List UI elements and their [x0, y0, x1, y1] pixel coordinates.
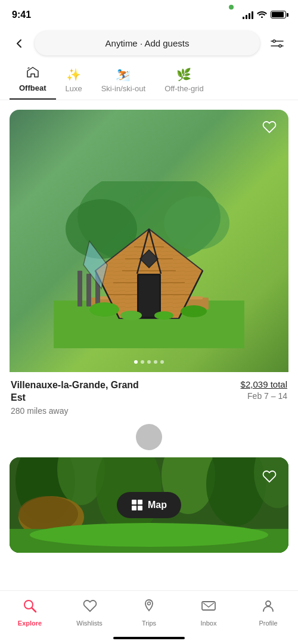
wifi-icon	[257, 10, 267, 20]
tab-luxe-label: Luxe	[66, 84, 82, 93]
status-bar: 9:41	[0, 0, 298, 26]
profile-icon	[260, 598, 276, 617]
map-label: Map	[148, 500, 167, 510]
tab-offbeat[interactable]: Offbeat	[10, 63, 56, 100]
back-button[interactable]	[10, 34, 29, 53]
trips-label: Trips	[142, 620, 156, 627]
listing-distance: 280 miles away	[11, 406, 154, 416]
svg-rect-52	[138, 506, 142, 510]
trips-icon	[141, 598, 157, 617]
offgrid-icon: 🌿	[176, 67, 191, 82]
listing-right: $2,039 total Feb 7 – 14	[241, 379, 287, 401]
profile-label: Profile	[259, 620, 277, 627]
nav-trips[interactable]: Trips	[119, 598, 179, 627]
dot-1	[134, 360, 138, 364]
status-time: 9:41	[12, 10, 31, 20]
svg-point-54	[148, 602, 151, 605]
svg-point-31	[181, 305, 207, 317]
favorite-button[interactable]	[259, 118, 280, 140]
tab-ski[interactable]: ⛷️ Ski-in/ski-out	[92, 64, 155, 99]
green-dot-indicator	[229, 5, 234, 10]
wishlists-icon	[82, 598, 97, 617]
heart-icon	[262, 120, 277, 138]
dot-4	[154, 360, 157, 364]
inbox-icon	[201, 598, 216, 617]
map-icon	[131, 499, 143, 511]
svg-point-33	[154, 311, 173, 320]
nav-wishlists[interactable]: Wishlists	[60, 598, 119, 627]
dot-5	[160, 360, 164, 364]
nav-explore[interactable]: Explore	[0, 598, 60, 627]
svg-rect-49	[132, 500, 136, 504]
explore-icon	[22, 598, 38, 617]
scroll-indicator	[10, 424, 288, 450]
main-content: Villenauxe-la-Grande, Grand Est 280 mile…	[0, 100, 298, 553]
home-indicator	[113, 637, 185, 639]
search-text: Anytime · Add guests	[105, 38, 190, 48]
luxe-icon: ✨	[66, 67, 81, 82]
tab-offgrid[interactable]: 🌿 Off-the-grid	[155, 64, 213, 99]
dot-2	[141, 360, 144, 364]
listing-location: Villenauxe-la-Grande, Grand Est	[11, 379, 154, 404]
tab-offbeat-label: Offbeat	[19, 83, 46, 92]
ski-icon: ⛷️	[116, 67, 131, 82]
search-pill[interactable]: Anytime · Add guests	[35, 31, 260, 55]
svg-rect-13	[86, 274, 91, 306]
image-dots	[134, 360, 164, 364]
nav-profile[interactable]: Profile	[238, 598, 298, 627]
listing-price: $2,039 total	[241, 379, 287, 389]
second-heart-icon	[262, 469, 277, 484]
category-tabs: Offbeat ✨ Luxe ⛷️ Ski-in/ski-out 🌿 Off-t…	[0, 63, 298, 100]
bottom-nav: Explore Wishlists Trips Inbox	[0, 590, 298, 644]
search-area: Anytime · Add guests	[0, 26, 298, 63]
svg-rect-23	[139, 275, 159, 317]
svg-rect-51	[132, 506, 136, 510]
second-favorite-button[interactable]	[259, 466, 280, 487]
second-listing-card[interactable]: Map	[10, 457, 288, 553]
svg-rect-12	[77, 271, 82, 306]
offbeat-icon	[26, 66, 40, 81]
tab-ski-label: Ski-in/ski-out	[101, 84, 145, 93]
listing-dates: Feb 7 – 14	[241, 391, 287, 401]
nav-inbox[interactable]: Inbox	[179, 598, 238, 627]
listing-info: Villenauxe-la-Grande, Grand Est 280 mile…	[10, 372, 288, 422]
listing-left: Villenauxe-la-Grande, Grand Est 280 mile…	[11, 379, 154, 416]
svg-point-32	[120, 311, 142, 320]
dot-3	[147, 360, 151, 364]
cabin-illustration	[54, 181, 244, 348]
listing-card: Villenauxe-la-Grande, Grand Est 280 mile…	[10, 110, 288, 422]
wishlists-label: Wishlists	[76, 620, 102, 627]
listing-image	[10, 110, 288, 372]
explore-label: Explore	[18, 620, 42, 627]
tab-luxe[interactable]: ✨ Luxe	[56, 64, 92, 99]
scroll-circle	[136, 424, 162, 450]
battery-icon	[271, 11, 286, 18]
signal-icon	[243, 11, 253, 19]
svg-point-30	[89, 302, 119, 317]
inbox-label: Inbox	[201, 620, 217, 627]
map-button[interactable]: Map	[117, 492, 181, 518]
filter-button[interactable]	[266, 32, 288, 55]
svg-rect-50	[138, 500, 142, 504]
status-icons	[243, 10, 286, 20]
svg-point-53	[24, 600, 33, 609]
tab-offgrid-label: Off-the-grid	[164, 84, 204, 93]
svg-point-48	[30, 523, 268, 547]
svg-point-55	[266, 601, 271, 606]
svg-point-8	[164, 196, 229, 250]
